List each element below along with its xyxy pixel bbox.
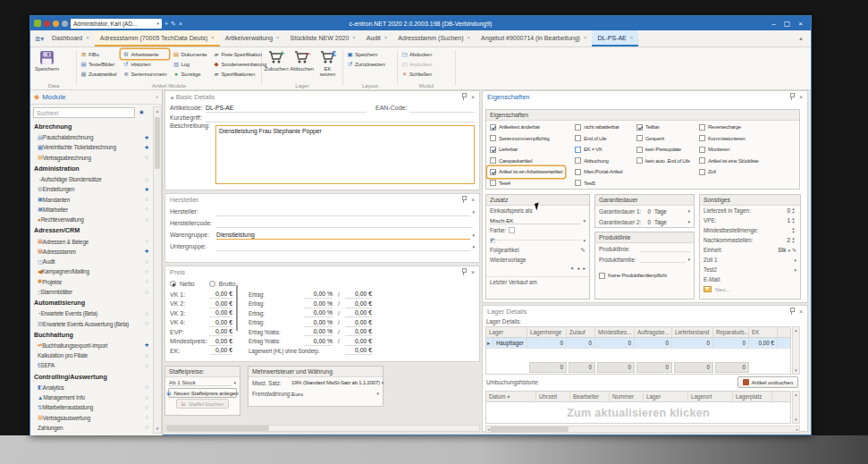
favorite-star-icon[interactable]: ★ <box>144 144 149 151</box>
ertrag-abs-field[interactable]: 0,00 € <box>345 299 372 308</box>
sidebar-item-analytics[interactable]: ◧Analytics☆ <box>30 383 153 392</box>
seriennummern-button[interactable]: ≣Seriennummern <box>121 69 168 79</box>
favorite-star-icon[interactable]: ☆ <box>144 384 149 391</box>
fibu-button[interactable]: ⊞FiBu <box>79 49 118 59</box>
lager-value-cell[interactable]: 0 <box>672 338 713 348</box>
quick-access-red-icon[interactable] <box>44 21 50 27</box>
column-header-bearbeiter[interactable]: Bearbeiter <box>570 392 610 401</box>
checkbox-montieren[interactable]: Montieren <box>699 144 759 156</box>
favorite-star-icon[interactable]: ☆ <box>144 216 149 224</box>
color-swatch[interactable] <box>509 227 515 233</box>
speichern-button[interactable]: Speichern <box>33 49 61 81</box>
lager-name-cell[interactable]: Hauptlager <box>493 338 527 348</box>
sidebar-item-kampagnen-mailing[interactable]: ◀Kampagnen/Mailing☆ <box>30 266 153 276</box>
lager-value-cell[interactable]: 0 <box>527 338 567 348</box>
ertrag-abs-field[interactable]: 0,00 € <box>345 327 372 336</box>
ertrag-pct-field[interactable]: 0,00 % <box>304 318 333 327</box>
sidebar-item-aufschläge-stundensätze[interactable]: ◔Aufschläge Stundensätze☆ <box>30 174 153 184</box>
scroll-up-icon[interactable]: ▲ <box>794 392 797 398</box>
favorite-star-icon[interactable]: ☆ <box>144 206 149 213</box>
produktlinie-field[interactable] <box>640 245 690 252</box>
sidebar-item-zahlungen[interactable]: Zahlungen☆ <box>30 423 153 433</box>
ek-setzen-button[interactable]: €EK setzen <box>315 49 341 81</box>
tab-close-icon[interactable]: × <box>584 35 587 40</box>
ertrag-abs-field[interactable]: 0,00 € <box>345 337 372 346</box>
collapse-left-icon[interactable]: ◀ <box>170 95 173 100</box>
lager-value-cell[interactable]: 0 <box>595 338 635 348</box>
column-header-auftragsbe[interactable]: Auftragsbe... <box>635 327 672 337</box>
ertrag-pct-field[interactable]: 0,00 % <box>304 290 333 299</box>
filter-icon[interactable]: ▾ <box>506 393 510 400</box>
favorite-star-icon[interactable]: ★ <box>144 342 149 349</box>
scroll-down-icon[interactable]: ▼ <box>794 367 797 374</box>
sidebar-item-sepa[interactable]: €SEPA☆ <box>30 360 153 370</box>
spinner-control[interactable]: ▲▼ <box>790 207 796 214</box>
schließen-button[interactable]: ×Schließen <box>400 69 434 79</box>
einkaufspreis-combo[interactable]: Misch-EK <box>490 217 581 224</box>
email-icon[interactable] <box>704 286 712 292</box>
staffel-combo[interactable]: Ab 1 Stück <box>169 379 232 386</box>
vk-2-field[interactable]: 0,00 € <box>209 299 232 308</box>
neuer-staffelpreis-button[interactable]: ⊞ Neuen Staffelpreis anlegen <box>168 388 237 398</box>
lager-value-cell[interactable]: 0,00 € <box>749 338 778 348</box>
maximize-button[interactable]: ▢ <box>780 17 794 30</box>
garantie-value-field[interactable]: 0 <box>642 208 651 215</box>
vk-4-field[interactable]: 0,00 € <box>209 318 232 327</box>
email-new-link[interactable]: Neu... <box>715 286 730 292</box>
favorite-star-icon[interactable]: ☆ <box>144 238 149 245</box>
column-header-mindestbes[interactable]: Mindestbes... <box>595 327 635 337</box>
pin-icon[interactable] <box>789 93 795 101</box>
sidebar-item-kalkulation-pro-filiale[interactable]: Kalkulation pro Filiale☆ <box>30 350 153 360</box>
sidebar-item-einstellungen[interactable]: ⚙Einstellungen★ <box>30 184 153 194</box>
artikelcode-field[interactable]: DL-PS-AE <box>206 104 367 113</box>
scrollbar-thumb[interactable] <box>155 117 160 169</box>
checkbox-gesperrt[interactable]: Gesperrt <box>636 133 690 145</box>
chevron-down-icon[interactable]: ▾ <box>571 266 574 271</box>
sidebar-item-rechteverwaltung[interactable]: ●Rechteverwaltung☆ <box>30 215 153 224</box>
ertrag-pct-field[interactable]: 0,00 % <box>304 327 333 336</box>
sidebar-item-mandanten[interactable]: ▣Mandanten☆ <box>30 194 153 204</box>
ean-field[interactable] <box>409 104 475 113</box>
vk-1-field[interactable]: 0,00 € <box>209 290 232 299</box>
sidebar-item-vereinfachte-ticketabrechnung[interactable]: ▦Vereinfachte Ticketabrechnung★ <box>30 142 153 152</box>
sidebar-item-audit[interactable]: ◫Audit☆ <box>30 257 153 266</box>
tab-audit[interactable]: Audit× <box>361 30 392 46</box>
tab-stückliste-new-2020[interactable]: Stückliste NEW 2020× <box>285 30 361 46</box>
abbuchen-button[interactable]: −Abbuchen <box>289 49 315 81</box>
netto-radio[interactable] <box>170 281 176 287</box>
warengruppe-field[interactable]: Dienstleistung <box>216 231 470 240</box>
chevron-down-icon[interactable]: ▾ <box>794 257 796 263</box>
nachkommastellen-field[interactable]: 2 <box>771 237 790 243</box>
favorite-star-icon[interactable]: ☆ <box>144 404 149 411</box>
scroll-down-icon[interactable]: ▼ <box>156 425 159 433</box>
center-hscrollbar[interactable] <box>164 425 480 432</box>
sondervereinbarung-button[interactable]: ◆Sondervereinbarung <box>211 59 268 69</box>
close-panel-icon[interactable]: × <box>471 197 475 203</box>
checkbox-test4[interactable]: Test4 <box>490 178 565 190</box>
favorite-star-icon[interactable]: ☆ <box>144 268 149 275</box>
quick-access-gray-icon[interactable] <box>62 21 68 27</box>
close-panel-icon[interactable]: × <box>471 94 475 100</box>
column-header-datum[interactable]: Datum ▾ <box>486 392 536 401</box>
freie-spezifikation-button[interactable]: ▰Freie Spezifikation <box>211 49 268 59</box>
sidebar-item-projekte[interactable]: ✱Projekte☆ <box>30 277 153 287</box>
hersteller-field[interactable] <box>216 207 470 216</box>
user-selector[interactable]: Administrator, Karl (AD... ▾ <box>71 19 162 29</box>
sidebar-item-erwartete-events-auswertung-beta[interactable]: ▧Erwartete Events Auswertung (Beta)☆ <box>30 318 153 328</box>
ertrag-abs-field[interactable]: 0,00 € <box>345 290 372 299</box>
checkbox-artikel-ist-ein-arbeitswertartikel[interactable]: Artikel ist ein Arbeitswertartikel <box>487 166 565 178</box>
tab-adressstamm-70005-techdata-deuts[interactable]: Adressstamm (70005 TechData Deuts)× <box>95 30 220 46</box>
close-panel-icon[interactable]: × <box>799 94 803 100</box>
favorite-star-icon[interactable]: ☆ <box>144 258 149 266</box>
checkbox-kommissionieren[interactable]: Kommissionieren <box>699 133 759 145</box>
add-icon[interactable]: + <box>164 21 168 27</box>
column-header-reparaturb[interactable]: Reparaturb... <box>713 327 749 337</box>
favorite-star-icon[interactable]: ★ <box>144 248 149 255</box>
checkbox-artikel-ist-eine-stückliste[interactable]: Artikel ist eine Stückliste <box>699 156 759 167</box>
spinner-control[interactable]: ▲▼ <box>790 227 796 233</box>
checkbox-abbuchung[interactable]: Abbuchung <box>575 156 622 167</box>
favorite-star-icon[interactable]: ☆ <box>144 154 149 161</box>
tab-close-icon[interactable]: × <box>276 35 280 40</box>
checkbox-nicht-rabattierbar[interactable]: nicht rabattierbar <box>575 122 622 133</box>
historien-button[interactable]: ↺Historien <box>121 59 168 69</box>
